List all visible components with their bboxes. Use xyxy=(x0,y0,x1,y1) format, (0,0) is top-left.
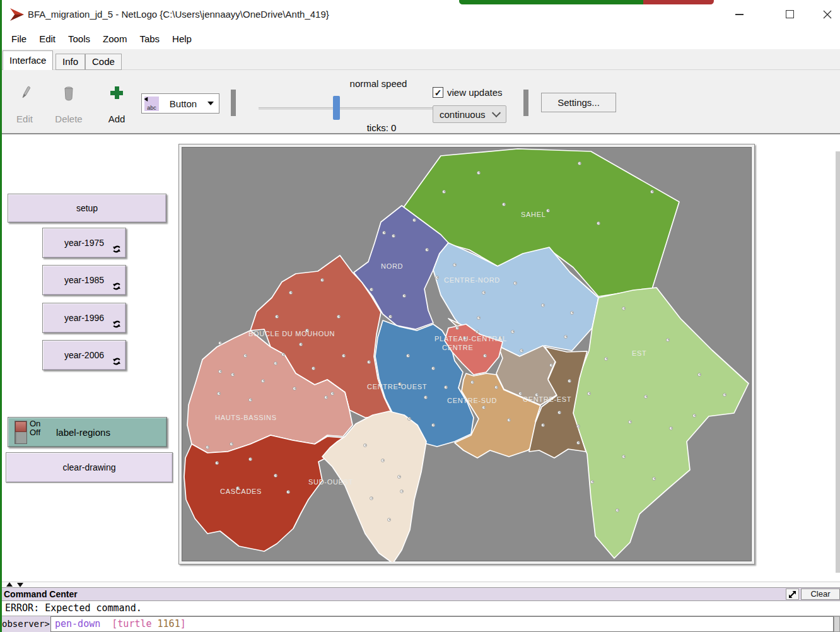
widget-type-dropdown[interactable]: abc Button xyxy=(141,93,219,114)
turtle-dot xyxy=(342,354,346,358)
collapse-up-icon[interactable] xyxy=(6,582,13,587)
menu-tools[interactable]: Tools xyxy=(62,28,96,49)
map-region-label-centre-ouest: CENTRE-OUEST xyxy=(367,383,427,390)
view-updates-checkbox[interactable]: ✓ xyxy=(433,87,443,98)
year-2006-button[interactable]: year-2006 xyxy=(42,340,126,370)
map-region-label-est: EST xyxy=(632,349,647,357)
year-1985-button[interactable]: year-1985 xyxy=(42,265,126,295)
turtle-dot-core xyxy=(569,380,571,382)
maximize-button[interactable] xyxy=(770,0,809,28)
turtle-dot xyxy=(249,399,252,402)
command-center-splitter[interactable] xyxy=(0,582,840,587)
clear-command-center-button[interactable]: Clear xyxy=(801,588,840,600)
turtle-dot xyxy=(471,381,474,384)
menu-tabs[interactable]: Tabs xyxy=(133,28,166,49)
observer-prompt: observer> xyxy=(0,616,50,632)
setup-button[interactable]: setup xyxy=(8,194,166,223)
turtle-dot-core xyxy=(548,210,549,211)
world-view[interactable]: SAHELNORDCENTRE-NORDESTBOUCLE DU MOUHOUN… xyxy=(182,147,752,561)
turtle-dot-core xyxy=(404,295,405,296)
turtle-dot-core xyxy=(399,476,400,477)
turtle-dot xyxy=(262,380,265,383)
turtle-dot-core xyxy=(437,277,438,278)
label-regions-switch[interactable]: On Off label-regions xyxy=(8,417,167,447)
edit-widget-button[interactable]: Edit xyxy=(6,85,43,124)
settings-label: Settings... xyxy=(557,97,600,108)
command-input[interactable]: pen-down [turtle 1161] xyxy=(50,616,834,632)
menu-bar: FileEditToolsZoomTabsHelp xyxy=(0,28,840,49)
turtle-dot xyxy=(331,392,334,395)
year-1975-button[interactable]: year-1975 xyxy=(42,228,126,258)
cursor-icon xyxy=(144,96,149,102)
turtle-dot-core xyxy=(624,308,625,309)
interface-area: setup year-1975 year-1985 year-1996 xyxy=(0,134,840,582)
turtle-dot xyxy=(407,354,410,358)
delete-widget-button[interactable]: Delete xyxy=(50,85,87,124)
window-title: BFA_migration_jd_5 - NetLogo {C:\Users\j… xyxy=(28,0,329,28)
turtle-dot xyxy=(370,288,373,291)
forever-icon xyxy=(112,357,121,366)
settings-button[interactable]: Settings... xyxy=(541,93,616,112)
turtle-dot xyxy=(403,295,406,298)
tab-interface[interactable]: Interface xyxy=(3,50,53,70)
turtle-dot-core xyxy=(250,399,252,401)
menu-help[interactable]: Help xyxy=(166,28,198,49)
turtle-dot-core xyxy=(479,317,480,319)
turtle-dot xyxy=(577,425,580,428)
turtle-dot-core xyxy=(513,331,514,332)
turtle-dot xyxy=(542,424,545,427)
delete-label: Delete xyxy=(55,114,82,124)
expand-diagonal-icon xyxy=(788,590,796,599)
turtle-dot xyxy=(667,339,670,342)
netlogo-logo-icon xyxy=(9,6,25,23)
turtle-dot-core xyxy=(520,393,522,394)
collapse-down-icon[interactable] xyxy=(17,583,23,587)
turtle-dot-core xyxy=(217,462,218,464)
menu-zoom[interactable]: Zoom xyxy=(96,28,133,49)
turtle-dot xyxy=(597,222,600,225)
turtle-dot xyxy=(282,353,285,356)
command-line-row: observer> pen-down [turtle 1161] xyxy=(0,616,840,632)
turtle-dot-core xyxy=(479,172,480,173)
turtle-dot xyxy=(622,455,626,459)
switch-track[interactable] xyxy=(15,421,27,444)
add-widget-button[interactable]: Add xyxy=(98,85,135,124)
update-mode-dropdown[interactable]: continuous xyxy=(433,105,506,123)
turtle-dot xyxy=(276,315,279,319)
turtle-dot-core xyxy=(332,393,334,394)
close-button[interactable] xyxy=(814,0,840,28)
turtle-dot-core xyxy=(694,415,696,416)
turtle-dot-core xyxy=(408,355,409,356)
turtle-dot xyxy=(698,373,701,377)
speed-slider-handle[interactable] xyxy=(333,96,340,120)
clear-drawing-button[interactable]: clear-drawing xyxy=(6,452,173,483)
turtle-dot xyxy=(503,203,506,206)
vertical-scrollbar[interactable] xyxy=(836,151,840,573)
update-mode-value: continuous xyxy=(433,109,493,120)
turtle-dot xyxy=(300,343,303,346)
menu-edit[interactable]: Edit xyxy=(33,28,62,49)
turtle-dot-core xyxy=(371,289,373,290)
turtle-dot xyxy=(564,336,568,339)
turtle-dot xyxy=(453,264,457,267)
turtle-dot-core xyxy=(301,344,302,345)
year-1996-button[interactable]: year-1996 xyxy=(42,303,126,333)
turtle-dot-core xyxy=(598,223,600,224)
turtle-dot xyxy=(571,312,574,315)
command-center-title: Command Center xyxy=(4,588,78,600)
turtle-dot-core xyxy=(592,481,593,483)
turtle-dot-core xyxy=(578,442,580,443)
command-history-button[interactable] xyxy=(834,616,840,632)
map-region-label-nord: NORD xyxy=(381,262,403,270)
turtle-dot-core xyxy=(606,358,607,360)
tab-info[interactable]: Info xyxy=(55,54,85,70)
switch-knob[interactable] xyxy=(15,421,26,432)
turtle-dot-core xyxy=(326,397,327,398)
menu-file[interactable]: File xyxy=(5,28,33,49)
map-region-label-boucle-du-mouhoun: BOUCLE DU MOUHOUN xyxy=(248,330,335,337)
detach-command-center-button[interactable] xyxy=(786,588,799,600)
turtle-dot xyxy=(591,481,594,484)
minimize-button[interactable] xyxy=(720,0,759,28)
world-view-widget[interactable]: SAHELNORDCENTRE-NORDESTBOUCLE DU MOUHOUN… xyxy=(178,144,755,565)
tab-code[interactable]: Code xyxy=(85,54,122,70)
